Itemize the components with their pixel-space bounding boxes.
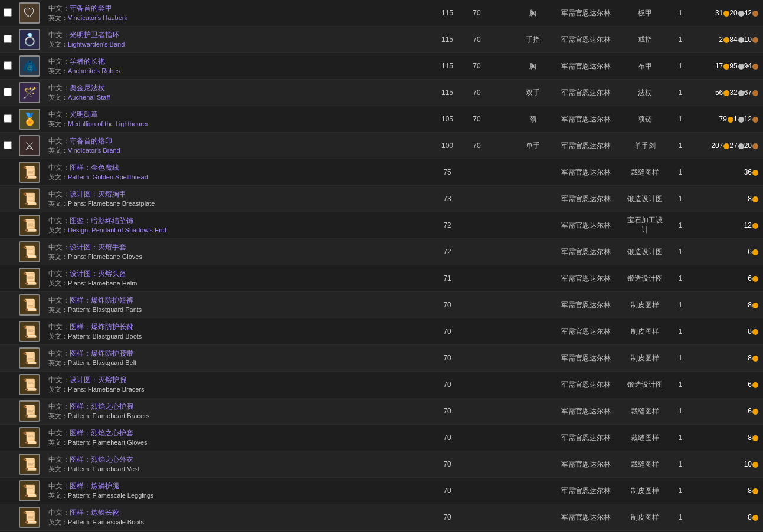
item-en-name[interactable]: 英文：Pattern: Flameheart Vest <box>48 465 429 474</box>
item-icon: 📜 <box>19 294 40 316</box>
item-en-name[interactable]: 英文：Lightwarden's Band <box>48 40 429 49</box>
item-faction: 军需官恩达尔林 <box>551 80 621 106</box>
item-table: 🛡中文：守备首的套甲英文：Vindicator's Hauberk11570胸军… <box>0 0 763 531</box>
item-faction: 军需官恩达尔林 <box>551 53 621 80</box>
table-row: 📜中文：图样：炼鳞长靴英文：Pattern: Flamescale Boots7… <box>0 504 763 531</box>
icon-cell: 📜 <box>15 398 44 425</box>
item-en-name[interactable]: 英文：Pattern: Blastguard Belt <box>48 359 429 367</box>
item-count: 1 <box>669 212 692 239</box>
item-table-container: 🛡中文：守备首的套甲英文：Vindicator's Hauberk11570胸军… <box>0 0 763 531</box>
item-en-name[interactable]: 英文：Design: Pendant of Shadow's End <box>48 226 429 235</box>
item-level: 115 <box>433 27 462 53</box>
silver-icon <box>738 64 744 70</box>
item-name-cell: 中文：学者的长袍英文：Anchorite's Robes <box>44 53 433 80</box>
item-name-cell: 中文：设计图：灭熔手套英文：Plans: Flamebane Gloves <box>44 239 433 265</box>
item-type: 锻造设计图 <box>621 186 669 212</box>
silver-icon <box>738 37 744 43</box>
silver-amount: 1 <box>733 115 738 123</box>
empty-col <box>492 292 515 318</box>
checkbox-cell <box>0 451 15 478</box>
item-level: 70 <box>433 292 462 318</box>
item-en-name[interactable]: 英文：Pattern: Golden Spellthread <box>48 173 429 182</box>
item-checkbox[interactable] <box>4 8 12 17</box>
icon-cell: 🪄 <box>15 80 44 106</box>
gold-icon <box>752 223 758 229</box>
item-level: 70 <box>433 372 462 398</box>
gold-amount: 10 <box>744 460 752 468</box>
item-en-name[interactable]: 英文：Vindicator's Hauberk <box>48 14 429 22</box>
item-en-name[interactable]: 英文：Auchenai Staff <box>48 93 429 102</box>
table-row: 📜中文：图样：爆炸防护长靴英文：Pattern: Blastguard Boot… <box>0 318 763 345</box>
item-en-name[interactable]: 英文：Medallion of the Lightbearer <box>48 120 429 129</box>
gold-amount: 6 <box>748 274 752 283</box>
checkbox-cell <box>0 478 15 504</box>
item-en-name[interactable]: 英文：Pattern: Blastguard Boots <box>48 332 429 341</box>
gold-icon <box>723 143 729 149</box>
icon-cell: 💍 <box>15 27 44 53</box>
item-price: 8 <box>692 425 763 451</box>
item-checkbox[interactable] <box>4 141 12 149</box>
item-en-name[interactable]: 英文：Vindicator's Brand <box>48 146 429 155</box>
item-faction: 军需官恩达尔林 <box>551 159 621 186</box>
item-checkbox[interactable] <box>4 35 12 43</box>
item-cn-name: 中文：图鉴：暗影终结坠饰 <box>48 216 429 226</box>
item-cn-name: 中文：设计图：灭熔护腕 <box>48 375 429 385</box>
item-en-name[interactable]: 英文：Pattern: Flamescale Leggings <box>48 491 429 500</box>
icon-cell: 📜 <box>15 425 44 451</box>
item-type: 制皮图样 <box>621 478 669 504</box>
silver-icon <box>738 11 744 17</box>
item-faction: 军需官恩达尔林 <box>551 398 621 425</box>
item-slot <box>515 239 551 265</box>
item-type: 制皮图样 <box>621 504 669 531</box>
item-req <box>462 451 492 478</box>
item-en-name[interactable]: 英文：Pattern: Flameheart Bracers <box>48 412 429 421</box>
item-name-cell: 中文：光明勋章英文：Medallion of the Lightbearer <box>44 106 433 133</box>
item-count: 1 <box>669 318 692 345</box>
table-row: 📜中文：设计图：灭熔手套英文：Plans: Flamebane Gloves72… <box>0 239 763 265</box>
item-checkbox[interactable] <box>4 114 12 123</box>
item-req <box>462 425 492 451</box>
item-cn-name: 中文：图样：金色魔线 <box>48 163 429 173</box>
empty-col <box>492 318 515 345</box>
silver-amount: 95 <box>729 62 737 70</box>
item-en-name[interactable]: 英文：Anchorite's Robes <box>48 67 429 75</box>
item-count: 1 <box>669 159 692 186</box>
item-name-cell: 中文：图样：烈焰之心护腕英文：Pattern: Flameheart Brace… <box>44 398 433 425</box>
item-checkbox[interactable] <box>4 88 12 96</box>
item-req <box>462 292 492 318</box>
gold-amount: 207 <box>711 142 723 150</box>
checkbox-cell <box>0 425 15 451</box>
icon-cell: 📜 <box>15 159 44 186</box>
item-en-name[interactable]: 英文：Plans: Flamebane Bracers <box>48 385 429 394</box>
empty-col <box>492 372 515 398</box>
table-row: 📜中文：图样：金色魔线英文：Pattern: Golden Spellthrea… <box>0 159 763 186</box>
item-price: 8 <box>692 345 763 372</box>
item-name-cell: 中文：奥金尼法杖英文：Auchenai Staff <box>44 80 433 106</box>
item-type: 单手剑 <box>621 133 669 159</box>
item-name-cell: 中文：设计图：灭熔胸甲英文：Plans: Flamebane Breastpla… <box>44 186 433 212</box>
item-checkbox[interactable] <box>4 61 12 70</box>
item-en-name[interactable]: 英文：Plans: Flamebane Gloves <box>48 252 429 261</box>
item-type: 裁缝图样 <box>621 159 669 186</box>
checkbox-cell <box>0 398 15 425</box>
item-en-name[interactable]: 英文：Pattern: Flameheart Gloves <box>48 438 429 447</box>
item-icon: ⚔ <box>19 135 40 156</box>
silver-icon <box>738 117 744 123</box>
gold-icon <box>752 435 758 441</box>
item-price: 2072720 <box>692 133 763 159</box>
empty-col <box>492 186 515 212</box>
copper-amount: 42 <box>744 9 752 17</box>
item-en-name[interactable]: 英文：Plans: Flamebane Helm <box>48 279 429 288</box>
gold-amount: 56 <box>715 88 723 97</box>
item-req <box>462 345 492 372</box>
gold-amount: 8 <box>748 327 752 336</box>
icon-cell: 📜 <box>15 186 44 212</box>
item-en-name[interactable]: 英文：Pattern: Flamescale Boots <box>48 518 429 527</box>
item-en-name[interactable]: 英文：Pattern: Blastguard Pants <box>48 306 429 314</box>
item-icon: 💍 <box>19 29 40 50</box>
item-count: 1 <box>669 372 692 398</box>
item-en-name[interactable]: 英文：Plans: Flamebane Breastplate <box>48 199 429 208</box>
item-price: 8 <box>692 186 763 212</box>
item-faction: 军需官恩达尔林 <box>551 451 621 478</box>
item-price: 6 <box>692 265 763 292</box>
